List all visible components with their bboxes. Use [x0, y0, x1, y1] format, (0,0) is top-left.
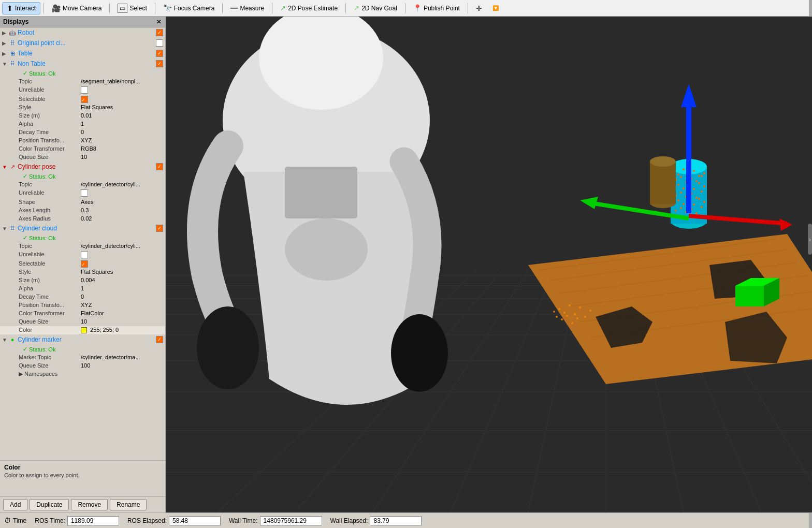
unreliable-label-3: Unreliable [19, 251, 81, 259]
cyl-marker-topic-row[interactable]: Marker Topic /cylinder_detector/ma... [0, 354, 165, 362]
marker-topic-value: /cylinder_detector/ma... [81, 354, 163, 361]
focus-camera-icon: 🔭 [163, 4, 172, 12]
cyl-cloud-colortransf-row[interactable]: Color Transformer FlatColor [0, 310, 165, 318]
non-table-size-row[interactable]: Size (m) 0.01 [0, 112, 165, 120]
unreliable-checkbox-1[interactable] [81, 86, 88, 94]
size-value-1: 0.01 [81, 112, 163, 120]
move-camera-button[interactable]: 🎥 Move Camera [47, 2, 106, 14]
add-button[interactable]: Add [3, 499, 27, 510]
svg-point-55 [693, 188, 695, 190]
cyl-cloud-postransf-row[interactable]: Position Transfo... XYZ [0, 301, 165, 310]
duplicate-button[interactable]: Duplicate [30, 499, 69, 510]
non-table-checkbox[interactable] [156, 60, 163, 67]
cyl-pose-axeslength-row[interactable]: Axes Length 0.3 [0, 207, 165, 215]
ros-time-input[interactable] [67, 516, 119, 525]
non-table-alpha-row[interactable]: Alpha 1 [0, 120, 165, 128]
publish-icon: 📍 [413, 4, 422, 12]
cylinder-marker-status-row: ✓ Status: Ok [0, 345, 165, 354]
cylinder-pose-checkbox[interactable] [156, 163, 163, 170]
cyl-cloud-topic-row[interactable]: Topic /cylinder_detector/cyli... [0, 242, 165, 251]
display-table[interactable]: ▶ ⊞ Table [0, 48, 165, 58]
cyl-pose-unreliable-row[interactable]: Unreliable [0, 189, 165, 198]
non-table-selectable-row[interactable]: Selectable [0, 95, 165, 104]
cyl-cloud-decay-row[interactable]: Decay Time 0 [0, 293, 165, 301]
rename-button[interactable]: Rename [110, 499, 147, 510]
topic-value-1: /segment_table/nonpl... [81, 78, 163, 85]
selectable-checkbox-2[interactable] [81, 260, 88, 268]
cylinder-pose-icon: ↗ [8, 163, 17, 171]
2d-pose-estimate-button[interactable]: ↗ 2D Pose Estimate [276, 2, 342, 14]
select-label: Select [129, 5, 147, 12]
wall-elapsed-input[interactable] [370, 516, 422, 525]
publish-point-button[interactable]: 📍 Publish Point [409, 2, 465, 14]
svg-point-91 [563, 312, 566, 314]
close-button[interactable]: ✕ [155, 19, 162, 25]
display-cylinder-marker[interactable]: ▼ ● Cylinder marker [0, 334, 165, 345]
cyl-cloud-alpha-row[interactable]: Alpha 1 [0, 285, 165, 293]
non-table-topic-row[interactable]: Topic /segment_table/nonpl... [0, 78, 165, 86]
style-label-2: Style [19, 269, 81, 276]
expand-robot: ▶ [2, 30, 8, 36]
viewport[interactable]: › [166, 17, 812, 512]
alpha-label-2: Alpha [19, 285, 81, 292]
cyl-cloud-queue-row[interactable]: Queue Size 10 [0, 318, 165, 326]
cyl-pose-topic-row[interactable]: Topic /cylinder_detector/cyli... [0, 181, 165, 189]
wall-time-label: Wall Time: [229, 517, 258, 524]
cylinder-cloud-checkbox[interactable] [156, 225, 163, 232]
nav-icon: ↗ [354, 4, 359, 12]
pointcloud-icon-1: ⠿ [8, 39, 17, 47]
svg-point-93 [574, 313, 576, 315]
interact-button[interactable]: ⬆ Interact [2, 2, 40, 14]
svg-point-98 [561, 318, 563, 320]
robot-checkbox[interactable] [156, 29, 163, 36]
separator-5 [272, 3, 272, 13]
display-cylinder-cloud[interactable]: ▼ ⠿ Cylinder cloud [0, 223, 165, 233]
non-table-style-row[interactable]: Style Flat Squares [0, 104, 165, 112]
cyl-cloud-style-row[interactable]: Style Flat Squares [0, 268, 165, 276]
wall-time-input[interactable] [260, 516, 322, 525]
size-value-2: 0.004 [81, 277, 163, 284]
measure-button[interactable]: ━━ Measure [226, 3, 269, 14]
svg-point-85 [650, 156, 676, 167]
cyl-pose-axesradius-row[interactable]: Axes Radius 0.02 [0, 215, 165, 223]
postransf-label-2: Position Transfo... [19, 302, 81, 309]
ros-elapsed-input[interactable] [169, 516, 221, 525]
postransf-value-2: XYZ [81, 302, 163, 309]
cyl-cloud-size-row[interactable]: Size (m) 0.004 [0, 276, 165, 285]
cyl-cloud-color-row[interactable]: Color 255; 255; 0 [0, 326, 165, 334]
non-table-unreliable-row[interactable]: Unreliable [0, 86, 165, 95]
display-original-point[interactable]: ▶ ⠿ Original point cl... [0, 38, 165, 48]
interact-label: Interact [15, 5, 36, 12]
cyl-cloud-selectable-row[interactable]: Selectable [0, 260, 165, 268]
move-button[interactable]: ✛ [471, 2, 487, 14]
non-table-icon: ⠿ [8, 60, 17, 68]
display-robot[interactable]: ▶ 🤖 Robot [0, 27, 165, 38]
unreliable-checkbox-3[interactable] [81, 251, 88, 258]
dropdown-button[interactable]: 🔽 [488, 3, 503, 13]
cyl-marker-queue-row[interactable]: Queue Size 100 [0, 362, 165, 370]
ros-elapsed-label: ROS Elapsed: [127, 517, 167, 524]
non-table-decay-row[interactable]: Decay Time 0 [0, 128, 165, 137]
displays-scroll[interactable]: ▶ 🤖 Robot ▶ ⠿ Original point cl... ▶ ⊞ T… [0, 27, 165, 460]
cyl-cloud-unreliable-row[interactable]: Unreliable [0, 251, 165, 260]
focus-camera-button[interactable]: 🔭 Focus Camera [158, 2, 220, 14]
non-table-colortransf-row[interactable]: Color Transformer RGB8 [0, 145, 165, 153]
non-table-postransf-row[interactable]: Position Transfo... XYZ [0, 137, 165, 145]
cylinder-marker-checkbox[interactable] [156, 336, 163, 343]
cyl-marker-ns-row[interactable]: ▶ Namespaces [0, 370, 165, 378]
cyl-pose-shape-row[interactable]: Shape Axes [0, 198, 165, 207]
table-checkbox[interactable] [156, 50, 163, 57]
display-cylinder-pose[interactable]: ▼ ↗ Cylinder pose [0, 162, 165, 172]
2d-nav-goal-button[interactable]: ↗ 2D Nav Goal [349, 2, 402, 14]
display-non-table[interactable]: ▼ ⠿ Non Table [0, 58, 165, 69]
unreliable-checkbox-2[interactable] [81, 189, 88, 197]
select-button[interactable]: ▭ Select [113, 2, 151, 15]
svg-point-40 [683, 168, 685, 170]
svg-point-57 [703, 185, 705, 187]
separator-6 [345, 3, 346, 13]
selectable-checkbox-1[interactable] [81, 96, 88, 103]
non-table-queue-row[interactable]: Queue Size 10 [0, 153, 165, 162]
remove-button[interactable]: Remove [71, 499, 108, 510]
move-icon: ✛ [476, 4, 482, 12]
original-point-checkbox[interactable] [156, 39, 163, 47]
